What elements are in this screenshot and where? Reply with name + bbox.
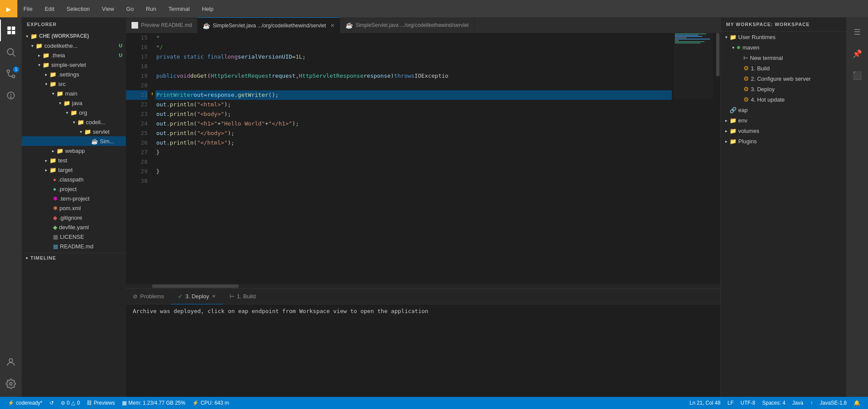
menu-selection[interactable]: Selection	[60, 0, 95, 17]
status-notification[interactable]: 🔔	[850, 397, 864, 409]
vertical-scrollbar[interactable]	[715, 33, 720, 284]
tab-simpleservlet-1[interactable]: ☕ SimpleServlet.java .../org/codelikethe…	[197, 17, 340, 33]
sidebar-item-label: .settings	[58, 71, 79, 78]
tab-close-icon[interactable]: ✕	[330, 23, 335, 29]
sidebar-item-gitignore[interactable]: ◆ .gitignore	[22, 213, 126, 222]
status-bar: ⚡ codeready* ↺ ⊘ 0 △ 0 ⛓ Previews ▦ Mem:…	[0, 397, 868, 409]
activity-bottom	[0, 351, 22, 397]
status-previews[interactable]: ⛓ Previews	[83, 397, 118, 409]
status-cursor[interactable]: Ln 21, Col 48	[686, 397, 724, 409]
workspace-panel: MY WORKSPACE: WORKSPACE ▾ 📁 User Runtime…	[720, 17, 846, 397]
error-icon: ⊘	[61, 400, 65, 406]
minimap	[672, 33, 715, 284]
wp-item-env[interactable]: ▸ 📁 env	[721, 115, 846, 125]
menu-run[interactable]: Run	[140, 0, 162, 17]
sidebar-item-classpath[interactable]: ● .classpath	[22, 175, 126, 184]
wp-item-build[interactable]: ⚙ 1. Build	[721, 63, 846, 73]
wp-item-configure-web-server[interactable]: ⚙ 2. Configure web server	[721, 73, 846, 84]
sidebar-item-simpleservlet[interactable]: ☕ Sim...	[22, 136, 126, 146]
sidebar-item-license[interactable]: ▦ LICENSE	[22, 232, 126, 241]
sidebar-item-readme[interactable]: ▦ README.md	[22, 241, 126, 251]
sidebar-item-codelikethewind[interactable]: ▾ 📁 codeli...	[22, 117, 126, 127]
sidebar-item-settings[interactable]: ▸ 📁 .settings	[22, 69, 126, 79]
status-codeready[interactable]: ⚡ codeready*	[4, 397, 46, 409]
menu-edit[interactable]: Edit	[39, 0, 60, 17]
activity-explorer[interactable]	[0, 20, 22, 41]
activity-accounts[interactable]	[0, 351, 22, 373]
menu-go[interactable]: Go	[120, 0, 140, 17]
wp-item-maven[interactable]: ▾ ● maven	[721, 42, 846, 53]
sidebar-item-java[interactable]: ▾ 📁 java	[22, 98, 126, 108]
modified-badge: U	[119, 43, 122, 48]
wp-item-deploy[interactable]: ⚙ 3. Deploy	[721, 84, 846, 94]
chevron-down-icon: ▾	[70, 120, 77, 125]
sidebar-item-label: test	[58, 157, 67, 164]
code-content[interactable]: * */ private static final long serialVer…	[152, 33, 672, 284]
right-activity-pin[interactable]: 📌	[846, 43, 868, 64]
code-line-27: }	[156, 148, 672, 157]
code-editor[interactable]: 15 16 17 18 19 20 21 22 23 24 25 26 27 2…	[126, 33, 720, 284]
scrollbar-thumb[interactable]	[716, 33, 720, 76]
panel-tab-close-icon[interactable]: ✕	[212, 294, 216, 299]
activity-scm[interactable]: 1	[0, 63, 22, 85]
sidebar-item-pom[interactable]: ✱ pom.xml	[22, 203, 126, 213]
wp-item-eap[interactable]: 🔗 eap	[721, 105, 846, 115]
tab-simpleservlet-2[interactable]: ☕ SimpleServlet.java .../org/codelikethe…	[340, 17, 474, 33]
status-sync[interactable]: ↑	[807, 397, 816, 409]
right-activity-cube[interactable]: ⬛	[846, 64, 868, 86]
panel-tab-problems[interactable]: ⊘ Problems	[126, 289, 171, 304]
sidebar-item-test[interactable]: ▸ 📁 test	[22, 155, 126, 165]
sidebar-item-codelikethe[interactable]: ▾ 📁 codelikethe... U	[22, 41, 126, 50]
wp-item-plugins[interactable]: ▸ 📁 Plugins	[721, 136, 846, 146]
menu-terminal[interactable]: Terminal	[162, 0, 196, 17]
sidebar-item-devfile[interactable]: ◆ devfile.yaml	[22, 222, 126, 232]
sidebar-item-target[interactable]: ▸ 📁 target	[22, 165, 126, 175]
menu-file[interactable]: File	[17, 0, 39, 17]
sidebar-item-servlet[interactable]: ▾ 📁 servlet	[22, 127, 126, 136]
sidebar-item-webapp[interactable]: ▸ 📁 webapp	[22, 146, 126, 155]
sidebar-item-project[interactable]: ● .project	[22, 184, 126, 194]
sidebar-timeline[interactable]: ▸ TIMELINE	[22, 253, 126, 262]
wp-item-user-runtimes[interactable]: ▾ 📁 User Runtimes	[721, 32, 846, 42]
status-spaces[interactable]: Spaces: 4	[759, 397, 789, 409]
right-activity-list[interactable]: ☰	[846, 21, 868, 43]
status-memory[interactable]: ▦ Mem: 1.23/4.77 GB 25%	[118, 397, 189, 409]
menu-help[interactable]: Help	[196, 0, 220, 17]
status-encoding[interactable]: UTF-8	[737, 397, 759, 409]
hscrollbar-thumb[interactable]	[152, 284, 239, 288]
sidebar-item-src[interactable]: ▾ 📁 src	[22, 79, 126, 89]
status-cpu[interactable]: ⚡ CPU: 643 m	[189, 397, 232, 409]
status-lineending[interactable]: LF	[724, 397, 737, 409]
panel-tab-deploy[interactable]: ✓ 3. Deploy ✕	[171, 289, 223, 304]
menu-view[interactable]: View	[96, 0, 120, 17]
activity-settings[interactable]	[0, 373, 22, 395]
status-refresh[interactable]: ↺	[46, 397, 57, 409]
sidebar-item-simple-servlet[interactable]: ▾ 📁 simple-servlet	[22, 60, 126, 69]
status-language[interactable]: Java	[789, 397, 807, 409]
gear-icon: ⚙	[743, 86, 749, 92]
panel-tab-build[interactable]: ⊢ 1. Build	[223, 289, 263, 304]
svg-rect-3	[12, 31, 15, 34]
folder-icon: 📁	[70, 109, 77, 116]
sidebar-item-org[interactable]: ▾ 📁 org	[22, 108, 126, 117]
java-file-tab-icon: ☕	[203, 22, 210, 29]
sidebar-item-tern[interactable]: ✱ .tern-project	[22, 194, 126, 203]
status-errors[interactable]: ⊘ 0 △ 0	[57, 397, 83, 409]
wp-item-new-terminal[interactable]: ⊢ New terminal	[721, 53, 846, 63]
tab-preview-readme[interactable]: ⬜ Preview README.md	[126, 17, 197, 33]
sidebar-item-label: servlet	[93, 129, 109, 135]
horizontal-scrollbar[interactable]	[126, 284, 720, 288]
svg-point-6	[7, 70, 10, 73]
wp-item-hot-update[interactable]: ⚙ 4. Hot update	[721, 94, 846, 105]
activity-search[interactable]	[0, 41, 22, 63]
chevron-down-icon: ▾	[56, 101, 63, 106]
chevron-down-icon: ▾	[29, 43, 36, 48]
status-javasdk[interactable]: JavaSE-1.8	[816, 397, 850, 409]
sidebar-item-label: webapp	[65, 148, 85, 154]
sidebar-item-main[interactable]: ▾ 📁 main	[22, 89, 126, 98]
app-logo[interactable]: ▶	[0, 0, 17, 17]
sidebar-item-theia[interactable]: ▸ 📁 .theia U	[22, 50, 126, 60]
activity-debug[interactable]	[0, 85, 22, 106]
wp-item-volumes[interactable]: ▸ 📁 volumes	[721, 125, 846, 136]
sidebar-root[interactable]: ▾ 📁 CHE (WORKSPACE)	[22, 31, 126, 41]
